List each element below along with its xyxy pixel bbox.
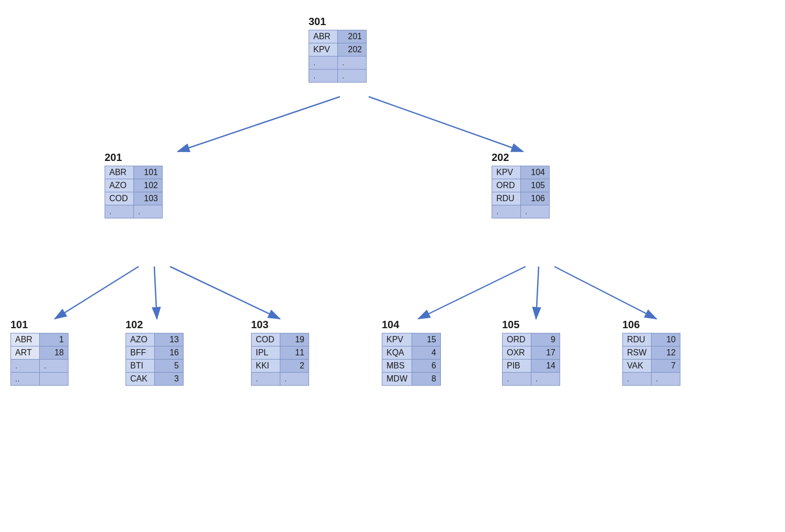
node-101-title: 101 — [10, 319, 69, 331]
table-row: BTI5 — [126, 360, 184, 373]
node-101: 101 ABR1 ART18 .. .. — [10, 319, 69, 386]
table-row: CAK3 — [126, 373, 184, 386]
table-row: PIB14 — [503, 360, 560, 373]
table-row: .. — [623, 373, 680, 386]
table-row: KPV15 — [382, 333, 441, 346]
table-row: .. — [309, 56, 367, 70]
node-103: 103 COD19 IPL11 KKI2 .. — [251, 319, 309, 386]
table-row: RSW12 — [623, 346, 680, 360]
table-row: IPL11 — [252, 346, 309, 360]
node-102-title: 102 — [126, 319, 184, 331]
table-row: ABR1 — [11, 333, 69, 346]
table-row: RDU10 — [623, 333, 680, 346]
table-row: KKI2 — [252, 360, 309, 373]
node-201-table: ABR101 AZO102 COD103 .. — [105, 166, 163, 218]
diagram-container: 301 ABR201 KPV202 .. .. 201 ABR101 AZO10… — [0, 0, 785, 532]
node-106: 106 RDU10 RSW12 VAK7 .. — [622, 319, 680, 386]
table-row: MBS6 — [382, 360, 441, 373]
table-row: .. — [11, 373, 69, 386]
table-row: AZO102 — [105, 179, 163, 192]
node-103-table: COD19 IPL11 KKI2 .. — [251, 333, 309, 386]
table-row: ABR201 — [309, 30, 367, 43]
table-row: RDU106 — [492, 192, 550, 205]
table-row: OXR17 — [503, 346, 560, 360]
node-104-table: KPV15 KQA4 MBS6 MDW8 — [382, 333, 441, 386]
node-102-table: AZO13 BFF16 BTI5 CAK3 — [126, 333, 184, 386]
node-105-title: 105 — [502, 319, 560, 331]
svg-line-3 — [55, 267, 139, 319]
table-row: MDW8 — [382, 373, 441, 386]
table-row: VAK7 — [623, 360, 680, 373]
svg-line-4 — [154, 267, 157, 319]
table-row: BFF16 — [126, 346, 184, 360]
svg-line-2 — [369, 97, 523, 152]
node-202-title: 202 — [492, 152, 550, 164]
table-row: .. — [252, 373, 309, 386]
table-row: ART18 — [11, 346, 69, 360]
node-104: 104 KPV15 KQA4 MBS6 MDW8 — [382, 319, 441, 386]
table-row: AZO13 — [126, 333, 184, 346]
node-201-title: 201 — [105, 152, 163, 164]
node-201: 201 ABR101 AZO102 COD103 .. — [105, 152, 163, 218]
svg-line-8 — [554, 267, 656, 319]
table-row: ABR101 — [105, 166, 163, 179]
table-row: KPV202 — [309, 43, 367, 56]
table-row: .. — [492, 205, 550, 218]
node-301-title: 301 — [309, 16, 367, 28]
node-105-table: ORD9 OXR17 PIB14 .. — [502, 333, 560, 386]
node-104-title: 104 — [382, 319, 441, 331]
table-row: ORD9 — [503, 333, 560, 346]
node-301: 301 ABR201 KPV202 .. .. — [309, 16, 367, 83]
table-row: .. — [309, 70, 367, 83]
svg-line-6 — [418, 267, 526, 319]
node-101-table: ABR1 ART18 .. .. — [10, 333, 69, 386]
svg-line-1 — [178, 97, 340, 152]
table-row: ORD105 — [492, 179, 550, 192]
table-row: COD19 — [252, 333, 309, 346]
node-202: 202 KPV104 ORD105 RDU106 .. — [492, 152, 550, 218]
node-105: 105 ORD9 OXR17 PIB14 .. — [502, 319, 560, 386]
svg-line-7 — [536, 267, 539, 319]
arrows-svg — [0, 0, 785, 532]
table-row: KQA4 — [382, 346, 441, 360]
node-301-table: ABR201 KPV202 .. .. — [309, 30, 367, 83]
table-row: .. — [503, 373, 560, 386]
node-202-table: KPV104 ORD105 RDU106 .. — [492, 166, 550, 218]
table-row: .. — [11, 360, 69, 373]
node-102: 102 AZO13 BFF16 BTI5 CAK3 — [126, 319, 184, 386]
table-row: COD103 — [105, 192, 163, 205]
table-row: .. — [105, 205, 163, 218]
node-106-title: 106 — [622, 319, 680, 331]
node-103-title: 103 — [251, 319, 309, 331]
table-row: KPV104 — [492, 166, 550, 179]
svg-line-5 — [170, 267, 280, 319]
node-106-table: RDU10 RSW12 VAK7 .. — [622, 333, 680, 386]
